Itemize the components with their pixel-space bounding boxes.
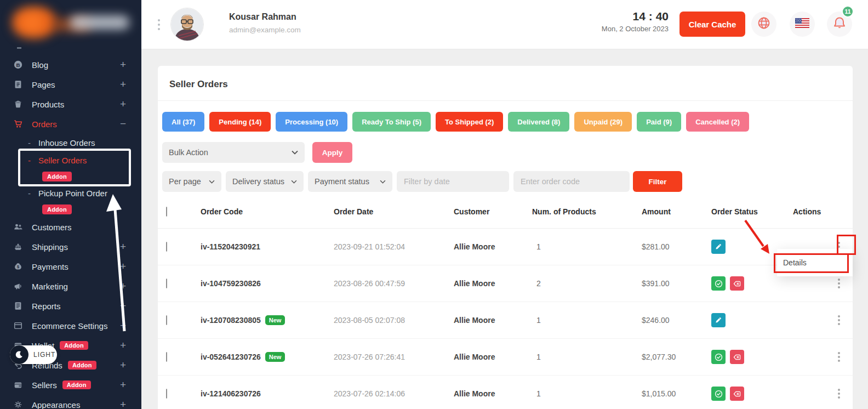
status-filter-all-37[interactable]: All (37) xyxy=(162,112,204,132)
products-icon xyxy=(13,99,24,110)
chevron-down-icon xyxy=(374,180,386,184)
sidebar-item-payments[interactable]: $Payments+ xyxy=(0,257,141,276)
num-products: 1 xyxy=(532,316,541,325)
filter-by-date-input[interactable] xyxy=(397,171,509,192)
row-checkbox[interactable] xyxy=(166,389,167,399)
minus-icon: − xyxy=(120,118,126,130)
order-code-input[interactable] xyxy=(513,171,630,192)
status-filter-paid-9[interactable]: Paid (9) xyxy=(637,112,681,132)
globe-icon xyxy=(756,15,772,33)
theme-toggle[interactable]: LIGHT xyxy=(10,345,57,364)
sidebar-subitem-seller-orders[interactable]: -Seller Orders xyxy=(0,151,141,169)
select-all-checkbox[interactable] xyxy=(166,207,167,217)
status-filter-ready-to-ship-5[interactable]: Ready To Ship (5) xyxy=(352,112,431,132)
plus-icon: + xyxy=(120,359,126,371)
order-amount: $391.00 xyxy=(642,279,670,288)
sellers-icon xyxy=(13,379,24,390)
sidebar-item-orders[interactable]: Orders− xyxy=(0,114,141,134)
row-actions-kebab-icon[interactable] xyxy=(834,349,844,365)
plus-icon: + xyxy=(120,241,126,253)
customer-name: Allie Moore xyxy=(454,389,495,398)
clear-cache-button[interactable]: Clear Cache xyxy=(679,12,745,37)
per-page-select[interactable]: Per page xyxy=(162,171,221,192)
sidebar-item-ecommerce-settings[interactable]: Ecommerce Settings+ xyxy=(0,316,141,336)
theme-toggle-label: LIGHT xyxy=(33,351,55,359)
sidebar-item-label: Blog xyxy=(32,60,48,70)
addon-badge: Addon xyxy=(60,341,88,350)
confirmed-check-icon xyxy=(711,276,726,291)
status-filter-processing-10[interactable]: Processing (10) xyxy=(276,112,347,132)
customer-name: Allie Moore xyxy=(454,242,495,251)
table-row: iv-1152042309212023-09-21 01:52:04Allie … xyxy=(158,229,853,265)
chevron-down-icon xyxy=(286,150,298,155)
status-filter-cancelled-2[interactable]: Cancelled (2) xyxy=(686,112,749,132)
delivery-status-select[interactable]: Delivery status xyxy=(226,171,304,192)
customer-name: Allie Moore xyxy=(454,279,495,288)
payment-status-select[interactable]: Payment status xyxy=(308,171,392,192)
payments-icon: $ xyxy=(13,261,24,272)
row-checkbox[interactable] xyxy=(166,279,167,288)
sidebar-item-label: Ecommerce Settings xyxy=(32,321,107,331)
app-logo[interactable] xyxy=(0,0,141,49)
sidebar-item-customers[interactable]: Customers xyxy=(0,217,141,237)
plus-icon: + xyxy=(120,320,126,332)
sidebar-item-shippings[interactable]: Shippings+ xyxy=(0,237,141,257)
order-amount: $246.00 xyxy=(642,316,670,325)
sidebar-item-appearances[interactable]: Appearances+ xyxy=(0,395,141,409)
row-checkbox[interactable] xyxy=(166,242,167,252)
details-menu-item[interactable]: Details xyxy=(777,258,853,267)
filter-button[interactable]: Filter xyxy=(633,171,682,192)
payment-status-select-value: Payment status xyxy=(315,177,369,186)
order-code: iv-121406230726 xyxy=(201,389,261,398)
num-products: 1 xyxy=(532,353,541,361)
top-header: Kousar Rahman admin@example.com 14 : 40 … xyxy=(141,0,868,49)
sidebar-item-reports[interactable]: Reports+ xyxy=(0,296,141,316)
sidebar-item-label: Shippings xyxy=(32,242,68,252)
bell-icon xyxy=(831,15,848,33)
row-actions-kebab-icon[interactable] xyxy=(834,386,844,401)
sidebar-item-pages[interactable]: Pages+ xyxy=(0,75,141,94)
sidebar-collapse-kebab-icon[interactable] xyxy=(155,16,163,33)
edit-pencil-icon[interactable] xyxy=(711,240,726,254)
locale-flag-button[interactable] xyxy=(790,12,815,37)
status-filter-to-shipped-2[interactable]: To Shipped (2) xyxy=(436,112,503,132)
user-avatar[interactable] xyxy=(171,8,203,41)
ecommerce-settings-icon xyxy=(13,320,24,331)
confirmed-check-icon xyxy=(711,387,726,401)
status-filter-unpaid-29[interactable]: Unpaid (29) xyxy=(574,112,632,132)
sidebar: BBlog+Pages+Products+Orders−-Inhouse Ord… xyxy=(0,0,141,409)
sidebar-subitem-pickup-point-order[interactable]: -Pickup Point Order xyxy=(0,184,141,202)
order-code: iv-104759230826 xyxy=(201,279,261,288)
sidebar-item-label: Pages xyxy=(32,80,55,89)
row-actions-kebab-icon[interactable] xyxy=(834,276,844,291)
plus-icon: + xyxy=(120,300,126,312)
row-actions-kebab-icon[interactable] xyxy=(834,313,844,328)
sidebar-item-label: Customers xyxy=(32,223,72,232)
sidebar-item-products[interactable]: Products+ xyxy=(0,94,141,114)
sidebar-item-sellers[interactable]: SellersAddon+ xyxy=(0,375,141,395)
sidebar-item-marketing[interactable]: Marketing+ xyxy=(0,276,141,296)
bulk-action-select[interactable]: Bulk Action xyxy=(162,142,305,163)
moon-icon xyxy=(10,345,28,364)
logo-mark xyxy=(12,7,56,38)
row-checkbox[interactable] xyxy=(166,315,167,325)
order-amount: $1,015.00 xyxy=(642,389,676,398)
edit-pencil-icon[interactable] xyxy=(711,313,726,327)
column-header-customer: Customer xyxy=(454,207,532,216)
new-badge: New xyxy=(265,315,285,325)
confirmed-check-icon xyxy=(711,350,726,364)
sidebar-item-blog[interactable]: BBlog+ xyxy=(0,55,141,75)
status-filter-pending-14[interactable]: Pending (14) xyxy=(209,112,271,132)
sidebar-subitem-inhouse-orders[interactable]: -Inhouse Orders xyxy=(0,134,141,151)
column-header-num-products: Num. of Products xyxy=(532,207,642,216)
user-name: Kousar Rahman xyxy=(229,12,296,22)
clock-date: Mon, 2 October 2023 xyxy=(602,25,669,33)
sidebar-subitem-label: Pickup Point Order xyxy=(38,189,107,198)
status-filter-delivered-8[interactable]: Delivered (8) xyxy=(508,112,569,132)
column-header-order-status: Order Status xyxy=(711,207,793,216)
apply-button[interactable]: Apply xyxy=(312,142,352,163)
row-checkbox[interactable] xyxy=(166,352,167,362)
addon-badge: Addon xyxy=(42,204,72,214)
language-globe-button[interactable] xyxy=(751,12,776,37)
chevron-down-icon xyxy=(285,180,297,184)
